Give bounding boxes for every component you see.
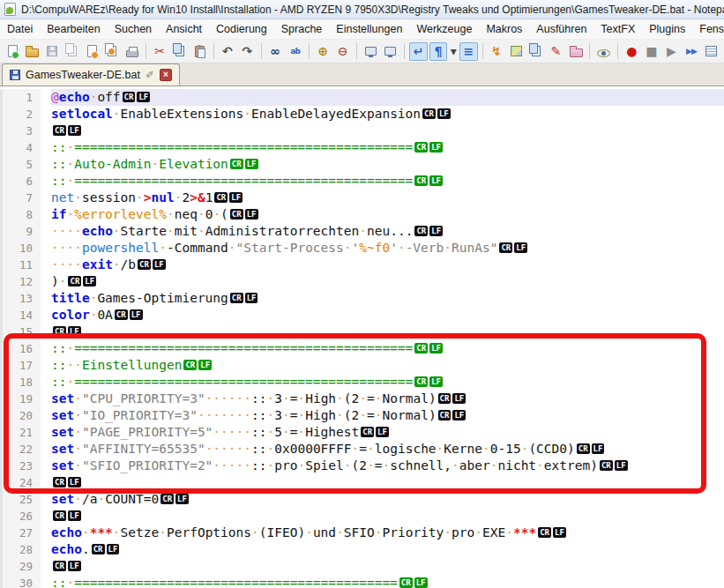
code-text[interactable]: CRLF (51, 508, 724, 525)
find-button[interactable]: ∞ (266, 42, 285, 61)
bookmark-margin[interactable] (41, 240, 51, 257)
document-map-button[interactable] (507, 42, 526, 61)
code-text[interactable]: title·Games-OptimierungCRLF (51, 290, 724, 307)
replace-button[interactable]: ab (286, 42, 304, 61)
code-text[interactable]: CRLF (51, 474, 724, 491)
code-text[interactable]: CRLF (51, 558, 724, 575)
bookmark-margin[interactable] (41, 307, 51, 324)
macro-stop-button[interactable]: ■ (643, 42, 661, 61)
monitoring-button[interactable] (594, 42, 613, 61)
code-text[interactable]: echo·***·Setze·PerfOptions·(IFEO)·und·SF… (51, 525, 724, 541)
bookmark-margin[interactable] (41, 106, 51, 123)
folder-as-workspace-button[interactable] (567, 42, 586, 61)
code-text[interactable]: if·%errorlevel%·neq·0·(CRLF (51, 206, 724, 223)
editor[interactable]: 1@echo·offCRLF2setlocal·EnableExtensions… (0, 86, 724, 588)
menu-item-ausf-hren[interactable]: Ausführen (529, 19, 593, 39)
menu-item-datei[interactable]: Datei (0, 19, 40, 39)
bookmark-margin[interactable] (41, 156, 51, 173)
code-text[interactable]: ::··EinstellungenCRLF (51, 357, 724, 374)
bookmark-margin[interactable] (41, 407, 51, 424)
zoom-out-button[interactable]: ⊖ (333, 42, 352, 61)
code-text[interactable]: ::·=====================================… (51, 139, 724, 156)
print-button[interactable] (123, 42, 141, 61)
bookmark-margin[interactable] (41, 525, 51, 541)
word-wrap-button[interactable]: ↵ (409, 42, 428, 61)
menu-item-codierung[interactable]: Codierung (209, 19, 274, 39)
close-all-button[interactable] (103, 42, 122, 61)
bookmark-margin[interactable] (41, 441, 51, 458)
menu-item-fenster[interactable]: Fenster (692, 19, 724, 39)
code-text[interactable]: ····powershell·-Command·"Start-Process·'… (51, 240, 724, 257)
menu-item-sprache[interactable]: Sprache (274, 19, 330, 39)
code-text[interactable]: ::·Auto-Admin·ElevationCRLF (51, 156, 724, 173)
tab-close-icon[interactable]: × (160, 69, 172, 81)
bookmark-margin[interactable] (41, 190, 51, 206)
macro-run-multiple-button[interactable]: ▶▶ (683, 42, 701, 61)
bookmark-margin[interactable] (41, 357, 51, 374)
code-text[interactable]: )·CRLF (51, 273, 724, 290)
code-text[interactable]: CRLF (51, 324, 724, 340)
bookmark-margin[interactable] (41, 474, 51, 491)
indent-guide-button[interactable]: ≡ (459, 42, 478, 61)
copy-button[interactable] (171, 42, 190, 61)
code-text[interactable]: CRLF (51, 123, 724, 139)
code-text[interactable]: set·"IO_PRIORITY=3"·······::·3·=·High·(2… (51, 407, 724, 424)
redo-button[interactable]: ↷ (238, 42, 257, 61)
bookmark-margin[interactable] (41, 223, 51, 240)
bookmark-margin[interactable] (41, 424, 51, 441)
bookmark-margin[interactable] (41, 541, 51, 558)
menu-item-werkzeuge[interactable]: Werkzeuge (409, 19, 479, 39)
function-list-button[interactable]: ↯ (488, 42, 506, 61)
code-text[interactable]: ::·=====================================… (51, 374, 724, 391)
edit-popup-button[interactable]: ✎ (547, 42, 565, 61)
bookmark-margin[interactable] (41, 458, 51, 474)
code-text[interactable]: ····echo·Starte·mit·Administratorrechten… (51, 223, 724, 240)
bookmark-margin[interactable] (41, 139, 51, 156)
bookmark-margin[interactable] (41, 575, 51, 588)
sync-horizontal-scrolling-button[interactable] (382, 42, 400, 61)
code-text[interactable]: ::·=====================================… (51, 575, 724, 588)
show-all-characters-button[interactable]: ¶ (429, 42, 448, 61)
code-text[interactable]: set·"SFIO_PRIORITY=2"·····::·pro·Spiel·(… (51, 458, 724, 474)
bookmark-margin[interactable] (41, 558, 51, 575)
menu-item-bearbeiten[interactable]: Bearbeiten (40, 19, 107, 39)
macro-play-button[interactable]: ▶ (662, 42, 681, 61)
bookmark-margin[interactable] (41, 206, 51, 223)
menu-item-einstellungen[interactable]: Einstellungen (329, 19, 409, 39)
macro-record-button[interactable]: ● (623, 42, 641, 61)
bookmark-margin[interactable] (41, 257, 51, 273)
zoom-in-button[interactable]: ⊕ (314, 42, 332, 61)
menu-item-plugins[interactable]: Plugins (642, 19, 692, 39)
bookmark-margin[interactable] (41, 374, 51, 391)
save-all-button[interactable] (63, 42, 82, 61)
menu-item-ansicht[interactable]: Ansicht (159, 19, 209, 39)
save-file-button[interactable] (43, 42, 62, 61)
new-file-button[interactable] (4, 42, 22, 61)
bookmark-margin[interactable] (41, 89, 51, 106)
menu-item-makros[interactable]: Makros (479, 19, 529, 39)
code-text[interactable]: color·0ACRLF (51, 307, 724, 324)
pin-icon[interactable]: ✐ (146, 69, 154, 81)
bookmark-margin[interactable] (41, 508, 51, 525)
bookmark-margin[interactable] (41, 273, 51, 290)
code-text[interactable]: set·/a·COUNT=0CRLF (51, 491, 724, 508)
code-text[interactable]: echo.CRLF (51, 541, 724, 558)
code-text[interactable]: set·"CPU_PRIORITY=3"······::·3·=·High·(2… (51, 391, 724, 407)
bookmark-margin[interactable] (41, 123, 51, 139)
bookmark-margin[interactable] (41, 340, 51, 357)
code-text[interactable]: net·session·>nul·2>&1CRLF (51, 190, 724, 206)
bookmark-margin[interactable] (41, 290, 51, 307)
close-file-button[interactable] (83, 42, 101, 61)
bookmark-margin[interactable] (41, 391, 51, 407)
sync-vertical-scrolling-button[interactable] (362, 42, 380, 61)
bookmark-margin[interactable] (41, 324, 51, 340)
code-text[interactable]: ::·=====================================… (51, 340, 724, 357)
tab-gamestweaker-de-bat[interactable]: GamesTweaker-DE.bat ✐ × (2, 63, 180, 86)
bookmark-margin[interactable] (41, 491, 51, 508)
show-symbol-dropdown-button[interactable]: ▾ (448, 42, 459, 61)
menu-item-suchen[interactable]: Suchen (108, 19, 159, 39)
code-text[interactable]: set·"PAGE_PRIORITY=5"·····::·5·=·Highest… (51, 424, 724, 441)
cut-button[interactable]: ✂ (151, 42, 169, 61)
menu-item-textfx[interactable]: TextFX (593, 19, 642, 39)
code-text[interactable]: ····exit·/bCRLF (51, 257, 724, 273)
